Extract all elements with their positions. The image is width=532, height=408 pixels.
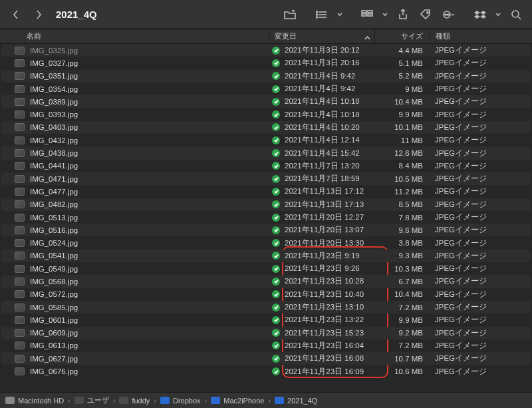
- table-row[interactable]: IMG_0389.jpg2021年11月4日 10:1810.4 MBJPEGイ…: [1, 95, 531, 108]
- sync-ok-icon: [272, 149, 280, 157]
- table-row[interactable]: IMG_0438.jpg2021年11月4日 15:4212.6 MBJPEGイ…: [1, 146, 531, 159]
- group-button[interactable]: [358, 5, 376, 24]
- view-list-button[interactable]: [313, 5, 331, 24]
- file-list[interactable]: IMG_0325.jpg2021年11月3日 20:124.4 MBJPEGイメ…: [0, 44, 532, 378]
- file-date: 2021年11月4日 10:20: [282, 122, 375, 132]
- file-thumb-icon: [15, 47, 25, 55]
- tag-button[interactable]: [416, 5, 435, 24]
- table-row[interactable]: IMG_0327.jpg2021年11月3日 20:165.1 MBJPEGイメ…: [1, 57, 531, 69]
- file-name: IMG_0627.jpg: [30, 355, 78, 363]
- file-name: IMG_0572.jpg: [30, 290, 78, 298]
- file-name: IMG_0389.jpg: [30, 98, 78, 106]
- sync-ok-icon: [272, 59, 280, 67]
- table-row[interactable]: IMG_0513.jpg2021年11月20日 12:277.8 MBJPEGイ…: [1, 211, 531, 224]
- sync-ok-icon: [272, 341, 280, 349]
- col-name[interactable]: 名前: [0, 31, 269, 41]
- sync-ok-icon: [272, 136, 280, 144]
- table-row[interactable]: IMG_0516.jpg2021年11月20日 13:079.6 MBJPEGイ…: [1, 224, 531, 236]
- table-row[interactable]: IMG_0572.jpg2021年11月23日 10:4010.4 MBJPEG…: [1, 288, 531, 301]
- file-name: IMG_0549.jpg: [30, 265, 78, 273]
- path-segment[interactable]: 2021_4Q: [275, 397, 317, 405]
- file-size: 9.2 MB: [375, 329, 430, 337]
- file-date: 2021年11月4日 12:14: [282, 135, 375, 145]
- file-kind: JPEGイメージ: [430, 367, 531, 377]
- col-date[interactable]: 変更日: [269, 31, 374, 41]
- path-segment[interactable]: Dropbox: [160, 397, 201, 405]
- search-button[interactable]: [507, 5, 525, 24]
- sync-ok-icon: [272, 85, 280, 93]
- path-segment[interactable]: fuddy: [119, 397, 150, 405]
- file-kind: JPEGイメージ: [430, 45, 531, 55]
- table-row[interactable]: IMG_0403.jpg2021年11月4日 10:2010.1 MBJPEGイ…: [1, 121, 531, 134]
- file-kind: JPEGイメージ: [430, 84, 531, 94]
- file-date: 2021年11月23日 13:10: [282, 302, 375, 312]
- table-row[interactable]: IMG_0393.jpg2021年11月4日 10:189.9 MBJPEGイメ…: [1, 108, 531, 120]
- file-kind: JPEGイメージ: [430, 212, 531, 222]
- col-kind[interactable]: 種類: [430, 31, 532, 41]
- file-date: 2021年11月13日 17:13: [282, 200, 375, 210]
- file-kind: JPEGイメージ: [430, 161, 531, 171]
- file-kind: JPEGイメージ: [430, 290, 531, 300]
- new-folder-button[interactable]: [281, 5, 299, 24]
- dropbox-button[interactable]: [471, 5, 489, 24]
- sync-ok-icon: [272, 252, 280, 260]
- table-row[interactable]: IMG_0432.jpg2021年11月4日 12:1411 MBJPEGイメー…: [1, 134, 531, 146]
- file-size: 5.1 MB: [375, 59, 430, 67]
- file-name: IMG_0601.jpg: [30, 316, 78, 324]
- table-row[interactable]: IMG_0482.jpg2021年11月13日 17:138.5 MBJPEGイ…: [1, 198, 531, 211]
- file-date: 2021年11月23日 9:26: [282, 264, 375, 274]
- table-row[interactable]: IMG_0441.jpg2021年11月7日 13:208.4 MBJPEGイメ…: [1, 160, 531, 172]
- sort-ascending-icon: [364, 35, 370, 43]
- table-row[interactable]: IMG_0585.jpg2021年11月23日 13:107.2 MBJPEGイ…: [1, 301, 531, 313]
- file-date: 2021年11月4日 9:42: [282, 71, 375, 81]
- sync-ok-icon: [272, 290, 280, 298]
- table-row[interactable]: IMG_0549.jpg2021年11月23日 9:2610.3 MBJPEGイ…: [1, 262, 531, 275]
- file-size: 10.6 MB: [375, 367, 430, 375]
- file-size: 11.2 MB: [375, 188, 430, 196]
- table-row[interactable]: IMG_0325.jpg2021年11月3日 20:124.4 MBJPEGイメ…: [1, 44, 531, 57]
- path-label: Macintosh HD: [18, 397, 64, 405]
- file-thumb-icon: [15, 355, 25, 363]
- folder-icon: [119, 397, 128, 404]
- file-date: 2021年11月23日 16:04: [282, 341, 375, 351]
- table-row[interactable]: IMG_0627.jpg2021年11月23日 16:0810.7 MBJPEG…: [1, 352, 531, 365]
- svg-rect-11: [368, 14, 372, 16]
- table-row[interactable]: IMG_0471.jpg2021年11月7日 18:5910.5 MBJPEGイ…: [1, 172, 531, 185]
- group-dropdown-icon[interactable]: [380, 5, 390, 24]
- path-segment[interactable]: Mac2iPhone: [211, 397, 264, 405]
- table-row[interactable]: IMG_0609.jpg2021年11月23日 15:239.2 MBJPEGイ…: [1, 327, 531, 339]
- table-row[interactable]: IMG_0524.jpg2021年11月20日 13:303.8 MBJPEGイ…: [1, 236, 531, 249]
- file-kind: JPEGイメージ: [430, 353, 531, 363]
- file-name: IMG_0482.jpg: [30, 200, 78, 208]
- path-segment[interactable]: Macintosh HD: [5, 397, 64, 405]
- path-bar[interactable]: Macintosh HD›ユーザ›fuddy›Dropbox›Mac2iPhon…: [0, 392, 532, 408]
- file-thumb-icon: [15, 316, 25, 324]
- file-thumb-icon: [15, 265, 25, 273]
- table-row[interactable]: IMG_0351.jpg2021年11月4日 9:425.2 MBJPEGイメー…: [1, 70, 531, 83]
- file-size: 7.2 MB: [375, 341, 430, 349]
- file-date: 2021年11月7日 18:59: [282, 174, 375, 184]
- dropbox-dropdown-icon[interactable]: [493, 5, 503, 24]
- table-row[interactable]: IMG_0601.jpg2021年11月23日 13:229.9 MBJPEGイ…: [1, 313, 531, 326]
- file-date: 2021年11月20日 13:07: [282, 225, 375, 235]
- file-name: IMG_0393.jpg: [30, 110, 78, 118]
- file-name: IMG_0516.jpg: [30, 226, 78, 234]
- table-row[interactable]: IMG_0676.jpg2021年11月23日 16:0910.6 MBJPEG…: [1, 365, 531, 377]
- table-row[interactable]: IMG_0613.jpg2021年11月23日 16:047.2 MBJPEGイ…: [1, 339, 531, 352]
- file-date: 2021年11月23日 13:22: [282, 315, 375, 325]
- forward-button[interactable]: [29, 5, 48, 24]
- action-button[interactable]: [439, 5, 458, 24]
- folder-icon: [74, 397, 84, 404]
- table-row[interactable]: IMG_0568.jpg2021年11月23日 10:286.7 MBJPEGイ…: [1, 275, 531, 288]
- col-size[interactable]: サイズ: [375, 31, 430, 41]
- file-name: IMG_0524.jpg: [30, 239, 78, 247]
- folder-icon: [211, 397, 220, 404]
- view-dropdown-icon[interactable]: [335, 5, 344, 24]
- path-label: Dropbox: [173, 397, 201, 405]
- table-row[interactable]: IMG_0477.jpg2021年11月13日 17:1211.2 MBJPEG…: [1, 185, 531, 198]
- back-button[interactable]: [7, 5, 25, 24]
- share-button[interactable]: [394, 5, 412, 24]
- path-segment[interactable]: ユーザ: [74, 395, 109, 405]
- table-row[interactable]: IMG_0354.jpg2021年11月4日 9:429 MBJPEGイメージ: [1, 83, 531, 95]
- table-row[interactable]: IMG_0541.jpg2021年11月23日 9:199.3 MBJPEGイメ…: [1, 250, 531, 262]
